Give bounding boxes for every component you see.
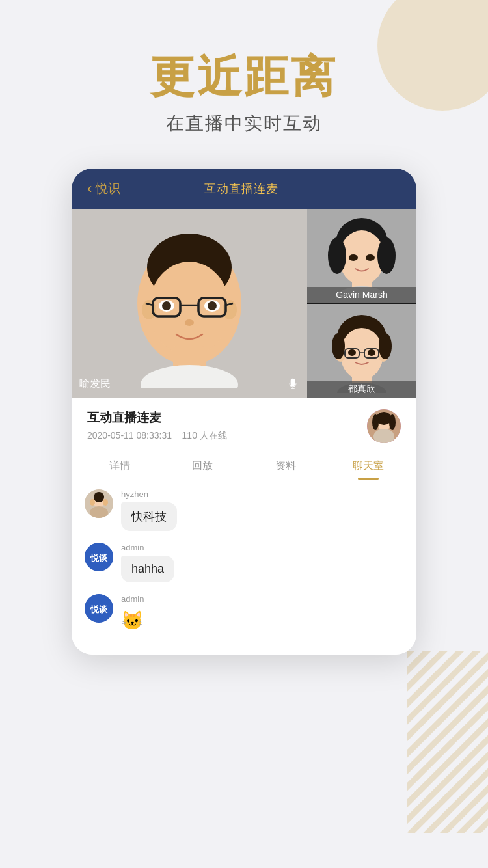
side-video-2: 都真欣 bbox=[307, 304, 416, 398]
chat-message-1: hyzhen 快科技 bbox=[85, 489, 403, 531]
live-info-section: 互动直播连麦 2020-05-11 08:33:31 110 人在线 bbox=[72, 398, 416, 450]
chat-message-3: 悦谈 admin 🐱 bbox=[85, 594, 403, 634]
phone-mockup: ‹ 悦识 互动直播连麦 bbox=[72, 169, 416, 655]
svg-point-33 bbox=[332, 333, 345, 359]
svg-point-30 bbox=[340, 328, 383, 380]
chat-content-2: admin hahha bbox=[121, 543, 174, 582]
sub-title: 在直播中实时互动 bbox=[0, 111, 488, 136]
video-grid: 喻发民 bbox=[72, 209, 416, 398]
tab-details[interactable]: 详情 bbox=[78, 450, 161, 480]
svg-point-15 bbox=[162, 301, 171, 310]
svg-text:悦谈: 悦谈 bbox=[90, 604, 108, 614]
chat-content-3: admin 🐱 bbox=[121, 594, 144, 634]
tabs-bar: 详情 回放 资料 聊天室 bbox=[72, 450, 416, 480]
svg-point-23 bbox=[328, 237, 346, 274]
live-meta: 2020-05-11 08:33:31 110 人在线 bbox=[87, 430, 227, 442]
svg-point-8 bbox=[141, 365, 238, 388]
side-video-1: Gavin Marsh bbox=[307, 209, 416, 303]
svg-point-49 bbox=[389, 414, 396, 430]
back-chevron-icon: ‹ bbox=[87, 180, 92, 197]
svg-point-39 bbox=[368, 349, 375, 356]
tab-materials[interactable]: 资料 bbox=[244, 450, 327, 480]
svg-point-34 bbox=[379, 333, 392, 359]
live-online: 110 人在线 bbox=[182, 430, 227, 441]
main-speaker-face bbox=[72, 209, 307, 398]
bg-decoration-stripes bbox=[407, 651, 488, 835]
chat-username-3: admin bbox=[121, 594, 144, 604]
chat-bubble-2: hahha bbox=[121, 556, 174, 582]
svg-point-53 bbox=[103, 499, 108, 506]
chat-avatar-admin-1: 悦谈 bbox=[85, 543, 113, 571]
live-title: 互动直播连麦 bbox=[87, 409, 227, 426]
app-header: ‹ 悦识 互动直播连麦 bbox=[72, 169, 416, 209]
back-button[interactable]: ‹ 悦识 bbox=[87, 180, 120, 197]
svg-rect-1 bbox=[407, 651, 488, 833]
chat-bubble-1: 快科技 bbox=[121, 502, 177, 531]
svg-point-48 bbox=[372, 414, 379, 430]
svg-point-55 bbox=[94, 492, 104, 502]
chat-section: hyzhen 快科技 悦谈 admin hahha 悦谈 bbox=[72, 480, 416, 655]
host-avatar bbox=[367, 409, 401, 443]
tab-replay[interactable]: 回放 bbox=[161, 450, 245, 480]
chat-bubble-3: 🐱 bbox=[121, 607, 144, 634]
svg-point-17 bbox=[208, 301, 217, 310]
svg-point-18 bbox=[185, 319, 194, 326]
app-header-title: 互动直播连麦 bbox=[120, 181, 362, 197]
chat-message-2: 悦谈 admin hahha bbox=[85, 543, 403, 582]
chat-username-1: hyzhen bbox=[121, 489, 177, 499]
main-speaker-avatar-svg bbox=[124, 219, 254, 388]
live-date: 2020-05-11 08:33:31 bbox=[87, 430, 172, 441]
svg-point-26 bbox=[366, 254, 375, 261]
svg-text:悦谈: 悦谈 bbox=[90, 553, 108, 563]
chat-username-2: admin bbox=[121, 543, 174, 552]
main-title: 更近距离 bbox=[0, 52, 488, 101]
svg-point-25 bbox=[349, 254, 358, 261]
tab-chat[interactable]: 聊天室 bbox=[327, 450, 411, 480]
svg-point-38 bbox=[348, 349, 356, 356]
side-label-1: Gavin Marsh bbox=[307, 287, 416, 303]
chat-content-1: hyzhen 快科技 bbox=[121, 489, 177, 531]
live-info-left: 互动直播连麦 2020-05-11 08:33:31 110 人在线 bbox=[87, 409, 227, 442]
video-main: 喻发民 bbox=[72, 209, 307, 398]
header-section: 更近距离 在直播中实时互动 bbox=[0, 0, 488, 156]
side-label-2: 都真欣 bbox=[307, 381, 416, 398]
video-side-panel: Gavin Marsh bbox=[307, 209, 416, 398]
back-label: 悦识 bbox=[96, 180, 120, 197]
main-speaker-label: 喻发民 bbox=[79, 377, 111, 391]
svg-point-24 bbox=[377, 237, 396, 274]
mic-icon bbox=[286, 378, 299, 391]
svg-point-52 bbox=[90, 499, 95, 506]
chat-avatar-admin-2: 悦谈 bbox=[85, 594, 113, 623]
chat-avatar-hyzhen bbox=[85, 489, 113, 518]
